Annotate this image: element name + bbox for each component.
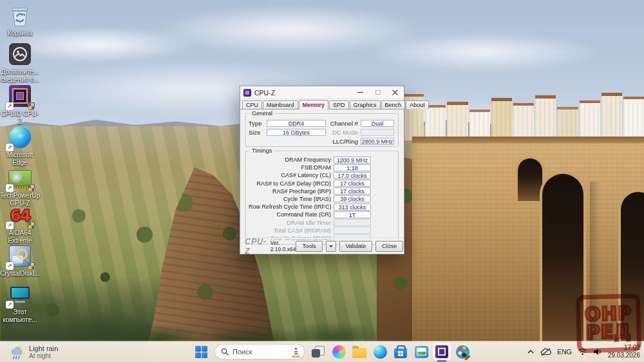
- timing-value-field: 17.0 clocks: [334, 172, 371, 179]
- system-tray: ENG 17:02 29.03.2026: [527, 341, 640, 362]
- tab-cpu[interactable]: CPU: [242, 100, 262, 109]
- task-view-button[interactable]: [309, 343, 327, 361]
- windows-logo-icon: [195, 346, 207, 358]
- wallpaper-bridge: [412, 137, 644, 362]
- desktop-icon-label: CrystalDiskI...: [0, 270, 40, 278]
- tab-graphics[interactable]: Graphics: [350, 100, 381, 109]
- this-pc-icon: [10, 287, 30, 303]
- field-label: Size: [249, 129, 267, 136]
- cpuz-taskbar-button[interactable]: [433, 343, 451, 361]
- shortcut-arrow-icon: [6, 102, 14, 110]
- language-indicator[interactable]: ENG: [557, 348, 572, 356]
- edge-icon: [374, 345, 387, 359]
- palette-icon: [456, 345, 469, 359]
- field-label: LLC/Ring: [327, 138, 358, 145]
- gpuz-icon: [8, 170, 32, 186]
- timings-legend: Timings: [250, 148, 274, 154]
- tab-spd[interactable]: SPD: [329, 100, 349, 109]
- weather-condition: Light rain: [29, 345, 58, 352]
- desktop-icon-label: Microsoft Edge: [0, 151, 40, 166]
- desktop-icon-edge[interactable]: Microsoft Edge: [0, 124, 40, 166]
- taskbar-clock[interactable]: 17:02 29.03.2026: [608, 344, 640, 359]
- edge-button[interactable]: [371, 343, 389, 361]
- photos-icon: [415, 346, 428, 358]
- file-explorer-button[interactable]: [350, 343, 368, 361]
- desktop-icon-label: Корзина: [0, 30, 40, 37]
- lighthouse-icon: [292, 347, 300, 357]
- dc-mode-field: [361, 129, 394, 136]
- bridge-arch-main: [540, 171, 586, 362]
- memory-type-field: DDR4: [267, 120, 326, 127]
- onedrive-off-icon[interactable]: [540, 348, 551, 356]
- window-title: CPU-Z: [254, 89, 352, 97]
- close-window-button[interactable]: [386, 86, 404, 99]
- desktop-icon-label: Этот компьюте...: [0, 309, 40, 323]
- tab-about[interactable]: About: [406, 100, 429, 109]
- clock-date: 29.03.2026: [608, 352, 640, 359]
- shortcut-arrow-icon: [6, 144, 14, 151]
- timing-label: DRAM Idle Timer: [249, 220, 331, 226]
- rain-cloud-icon: [8, 343, 24, 360]
- search-input[interactable]: [232, 348, 288, 356]
- shortcut-arrow-icon: [6, 222, 14, 229]
- weather-detail: At night: [29, 352, 58, 359]
- desktop-icon-this-pc[interactable]: Этот компьюте...: [0, 281, 40, 323]
- desktop-icon-crystaldiskinfo[interactable]: CrystalDiskI...: [0, 243, 40, 278]
- channel-field: Dual: [361, 120, 394, 127]
- shortcut-arrow-icon: [6, 184, 14, 192]
- start-button[interactable]: [192, 343, 210, 361]
- cpuz-footer: CPU-Z Ver. 2.19.0.x64 Tools Validate Clo…: [240, 238, 404, 254]
- store-button[interactable]: [392, 343, 410, 361]
- volume-icon[interactable]: [593, 348, 602, 356]
- weather-widget[interactable]: Light rain At night: [4, 341, 62, 362]
- tab-memory[interactable]: Memory: [299, 100, 329, 110]
- desktop-icon-cpuz[interactable]: CPUID CPU-Z: [0, 83, 40, 125]
- photos-button[interactable]: [412, 343, 430, 361]
- timing-label: Total CAS# (tRDRAM): [249, 227, 331, 234]
- shortcut-arrow-icon: [6, 262, 14, 270]
- cpuz-titlebar[interactable]: CPU-Z: [240, 86, 404, 99]
- tools-dropdown-button[interactable]: [326, 241, 336, 252]
- tools-button[interactable]: Tools: [296, 241, 322, 252]
- palette-app-button[interactable]: [453, 343, 471, 361]
- version-text: Ver. 2.19.0.x64: [270, 240, 296, 252]
- timing-value-field: 1:18: [334, 164, 371, 171]
- desktop-icon-aida64[interactable]: 64 AIDA64 Extreme: [0, 202, 40, 244]
- clock-time: 17:02: [624, 344, 640, 352]
- desktop-icon-label: AIDA64 Extreme: [0, 229, 40, 244]
- tray-expand-icon[interactable]: [527, 349, 535, 354]
- wifi-icon[interactable]: [578, 348, 587, 356]
- timing-value-field: 39 clocks: [334, 195, 371, 202]
- uac-shield-icon: [28, 262, 35, 270]
- validate-button[interactable]: Validate: [339, 241, 373, 252]
- maximize-button: [369, 86, 386, 99]
- store-icon: [394, 348, 407, 358]
- timing-label: CAS# Latency (CL): [249, 172, 331, 178]
- cpuz-tab-bar: CPU Mainboard Memory SPD Graphics Bench …: [240, 99, 404, 110]
- close-button[interactable]: Close: [375, 241, 403, 252]
- tab-mainboard[interactable]: Mainboard: [263, 100, 298, 109]
- photo-icon: [6, 41, 33, 67]
- desktop-icon-photo-info[interactable]: Дополните... сведения о...: [0, 41, 40, 83]
- bridge-parapet: [412, 137, 644, 142]
- cpuz-logo: CPU-Z: [245, 236, 267, 256]
- timing-value-field: 17 clocks: [334, 180, 371, 187]
- timing-label: RAS# Precharge (tRP): [249, 188, 331, 195]
- timing-value-field: 17 clocks: [334, 187, 371, 195]
- desktop-icon-recycle-bin[interactable]: Корзина: [0, 3, 40, 37]
- wallpaper-town-buildings: [403, 89, 644, 140]
- general-legend: General: [250, 110, 274, 117]
- desktop-icon-gpuz[interactable]: TechPowerUp GPU-Z: [0, 165, 40, 207]
- general-groupbox: General TypeDDR4 Size16 GBytes Channel #…: [245, 113, 399, 147]
- tab-bench[interactable]: Bench: [381, 100, 406, 109]
- desktop-icon-label: Дополните... сведения о...: [0, 68, 40, 83]
- minimize-button[interactable]: [352, 86, 369, 99]
- copilot-button[interactable]: [330, 343, 348, 361]
- timing-value-field: [334, 219, 371, 226]
- copilot-icon: [332, 345, 346, 359]
- search-icon: [221, 348, 229, 356]
- bridge-arch-right: [618, 189, 644, 362]
- timing-value-field: 313 clocks: [334, 204, 371, 211]
- search-box[interactable]: [214, 344, 305, 359]
- memory-size-field: 16 GBytes: [267, 129, 326, 136]
